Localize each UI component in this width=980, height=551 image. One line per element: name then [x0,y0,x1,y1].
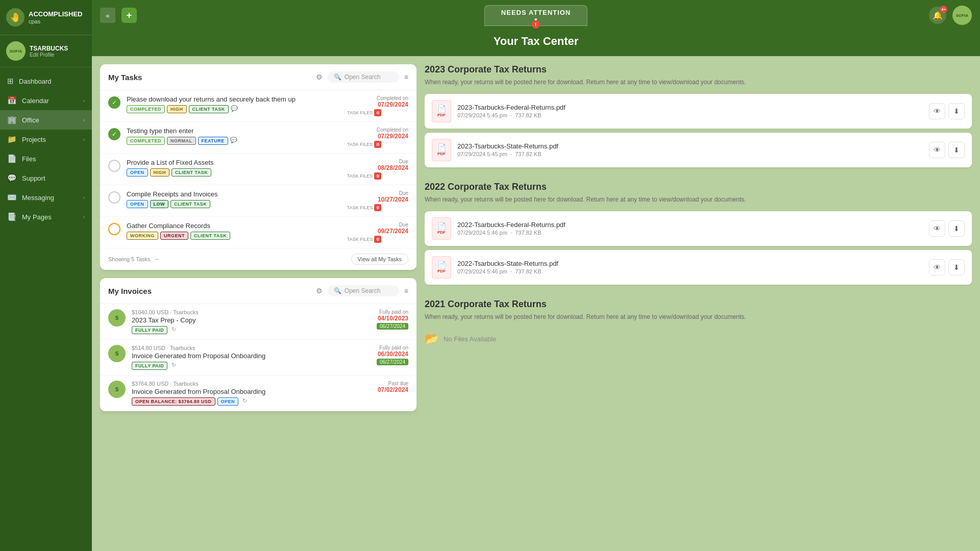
chevron-right-icon: › [83,195,85,201]
download-file-button[interactable]: ⬇ [948,220,965,237]
task-status-working[interactable] [108,223,120,235]
files-count: 0 [374,236,381,243]
avatar: S [108,381,126,398]
invoice-title: 2023 Tax Prep - Copy [132,316,341,324]
calendar-icon: 📅 [7,96,17,105]
sidebar-item-dashboard[interactable]: ⊞ Dashboard [0,71,92,91]
edit-profile-link[interactable]: Edit Profile [30,52,68,58]
task-status-open[interactable] [108,160,120,172]
pdf-icon: 📄 PDF [432,217,451,240]
task-status-completed[interactable]: ✓ [108,96,120,109]
task-status-open[interactable] [108,191,120,204]
main-content: « + NEEDS ATTENTION ▾ ! 🔔 4+ SOFIA Your … [92,0,980,551]
file-actions: 👁 ⬇ [929,259,965,276]
tag-open: OPEN [217,397,239,406]
task-status-completed[interactable]: ✓ [108,128,120,140]
view-file-button[interactable]: 👁 [929,259,945,276]
task-date-label: Due [347,190,408,196]
task-files-label: TASK FILES [347,110,373,115]
view-file-button[interactable]: 👁 [929,220,945,237]
invoice-date2: 06/27/2024 [377,323,408,330]
invoice-tags: FULLY PAID ↻ [132,362,341,370]
task-comment-icon[interactable]: 💬 [231,105,238,113]
tasks-showing-arrow: → [154,256,159,262]
file-name: 2023-Tsarbucks-State-Returns.pdf [457,142,923,150]
pdf-icon: 📄 PDF [432,139,451,161]
sidebar-item-support[interactable]: 💬 Support [0,168,92,188]
sidebar-logo: 🤚 ACCOMPLISHED cpas [0,0,92,35]
tasks-options-icon[interactable]: ≡ [404,73,408,81]
sidebar-item-projects[interactable]: 📁 Projects › [0,130,92,149]
content-area: My Tasks ⚙ 🔍 Open Search ≡ ✓ Please down… [92,56,980,551]
avatar: S [108,309,126,327]
download-file-button[interactable]: ⬇ [948,259,965,276]
invoice-date-label: Fully paid on [347,345,408,350]
task-date: 07/29/2024 [347,133,408,140]
collapse-sidebar-button[interactable]: « [100,8,115,23]
refresh-icon[interactable]: ↻ [172,326,176,334]
invoices-options-icon[interactable]: ≡ [404,287,408,295]
sidebar-item-label: Projects [22,136,46,143]
file-meta: 07/29/2024 5:45 pm · 737.82 KB [457,151,923,157]
sidebar-user[interactable]: SOFIA TSARBUCKS Edit Profile [0,35,92,67]
tag-urgent: URGENT [160,232,188,240]
tasks-filter-icon[interactable]: ⚙ [316,73,323,81]
download-file-button[interactable]: ⬇ [948,103,965,119]
task-comment-icon[interactable]: 💬 [230,137,237,145]
invoice-title: Invoice Generated from Proposal Onboardi… [132,352,341,360]
tasks-card-title: My Tasks [108,73,311,82]
tag-completed: COMPLETED [127,137,165,145]
tag-high: HIGH [167,105,187,113]
no-files-message: 📂 No Files Available [425,328,972,349]
invoices-filter-icon[interactable]: ⚙ [316,287,323,295]
view-file-button[interactable]: 👁 [929,103,945,119]
tasks-search-bar[interactable]: 🔍 Open Search [328,71,399,83]
view-file-button[interactable]: 👁 [929,142,945,158]
tasks-card-footer: Showing 5 Tasks → View all My Tasks [100,248,416,270]
task-meta: Due 08/28/2024 TASK FILES 0 [347,159,408,180]
file-info: 2022-Tsarbucks-State-Returns.pdf 07/29/2… [457,260,923,274]
my-tasks-card: My Tasks ⚙ 🔍 Open Search ≡ ✓ Please down… [100,64,416,270]
sidebar-item-office[interactable]: 🏢 Office › [0,110,92,130]
tag-client-task: CLIENT TASK [189,105,229,113]
profile-button[interactable]: SOFIA [952,6,972,25]
sidebar-nav: ⊞ Dashboard 📅 Calendar › 🏢 Office › 📁 Pr… [0,67,92,551]
file-info: 2023-Tsarbucks-State-Returns.pdf 07/29/2… [457,142,923,157]
task-date-label: Due [347,222,408,228]
tag-high: HIGH [150,168,170,177]
sidebar-item-calendar[interactable]: 📅 Calendar › [0,91,92,110]
sidebar-item-files[interactable]: 📄 Files [0,149,92,168]
file-meta: 07/29/2024 5:46 pm · 737.82 KB [457,230,923,236]
sidebar-item-label: Messaging [22,194,54,202]
page-title: Your Tax Center [92,31,980,56]
sidebar: 🤚 ACCOMPLISHED cpas SOFIA TSARBUCKS Edit… [0,0,92,551]
task-date: 10/27/2024 [347,196,408,203]
task-meta: Due 09/27/2024 TASK FILES 0 [347,222,408,243]
view-all-tasks-button[interactable]: View all My Tasks [351,254,408,265]
list-item: S $514.80 USD · Tsarbucks Invoice Genera… [100,340,416,375]
refresh-icon[interactable]: ↻ [172,362,176,370]
messaging-icon: ✉️ [7,193,17,202]
add-button[interactable]: + [121,8,137,23]
refresh-icon[interactable]: ↻ [242,397,247,406]
tag-fully-paid: FULLY PAID [132,362,167,370]
list-item: S $3764.80 USD · Tsarbucks Invoice Gener… [100,375,416,411]
tag-open-balance: OPEN BALANCE: $3764.80 USD [132,397,215,406]
task-files-label: TASK FILES [347,142,373,147]
invoice-tags: OPEN BALANCE: $3764.80 USD OPEN ↻ [132,397,341,406]
folder-icon: 📂 [425,332,438,345]
files-count: 0 [374,109,381,116]
invoices-search-bar[interactable]: 🔍 Open Search [328,285,399,296]
needs-attention-banner[interactable]: NEEDS ATTENTION ▾ ! [484,5,587,26]
sidebar-item-messaging[interactable]: ✉️ Messaging › [0,188,92,207]
notifications-button[interactable]: 🔔 4+ [929,7,946,24]
tasks-showing-label: Showing 5 Tasks → [108,256,159,262]
sidebar-item-label: Dashboard [19,78,52,85]
task-files-label: TASK FILES [347,173,373,179]
sidebar-item-my-pages[interactable]: 📑 My Pages › [0,207,92,227]
avatar: S [108,345,126,362]
download-file-button[interactable]: ⬇ [948,142,965,158]
task-meta: Completed on 07/29/2024 TASK FILES 0 [347,127,408,148]
pdf-icon: 📄 PDF [432,100,451,122]
my-invoices-card: My Invoices ⚙ 🔍 Open Search ≡ S $1040.00… [100,278,416,411]
